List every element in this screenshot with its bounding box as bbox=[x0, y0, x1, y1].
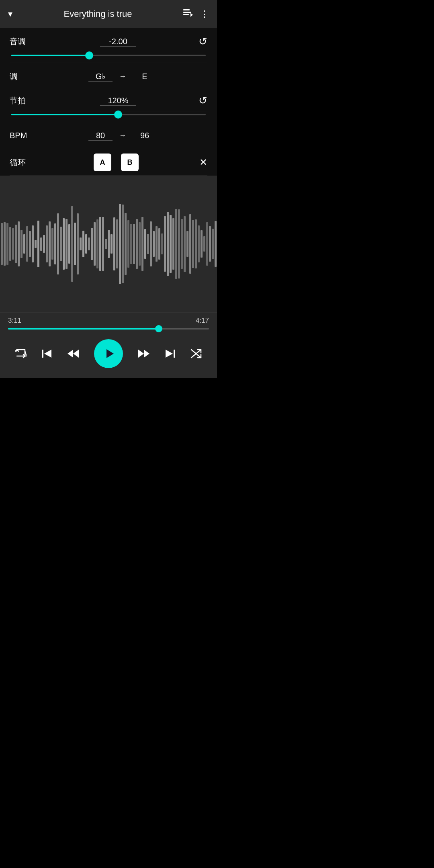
waveform-bar bbox=[127, 220, 129, 268]
loop-a-button[interactable]: A bbox=[94, 154, 111, 171]
waveform-bar bbox=[178, 209, 180, 278]
progress-fill bbox=[8, 328, 159, 330]
more-menu-icon[interactable]: ⋮ bbox=[200, 9, 209, 19]
song-title: Everything is true bbox=[12, 9, 183, 19]
dropdown-icon[interactable]: ▾ bbox=[8, 9, 12, 19]
tempo-input[interactable] bbox=[100, 96, 136, 106]
waveform-bar bbox=[43, 235, 45, 252]
progress-section: 3:11 4:17 bbox=[0, 312, 217, 333]
waveform-bar bbox=[215, 221, 217, 267]
waveform-bar bbox=[139, 222, 141, 266]
waveform-bar bbox=[49, 221, 51, 266]
loop-label: 循环 bbox=[10, 157, 38, 168]
tempo-slider-track[interactable] bbox=[11, 114, 206, 115]
waveform-bar bbox=[136, 219, 138, 269]
waveform-bar bbox=[175, 209, 177, 279]
waveform-bar bbox=[141, 217, 143, 271]
bpm-from: 80 bbox=[88, 131, 113, 141]
pitch-slider-row[interactable] bbox=[10, 52, 207, 63]
progress-times: 3:11 4:17 bbox=[8, 317, 209, 325]
waveform-bar bbox=[63, 218, 65, 270]
bpm-label: BPM bbox=[10, 131, 38, 140]
waveform-bar bbox=[156, 226, 158, 261]
pitch-reset-button[interactable]: ↺ bbox=[199, 35, 207, 48]
waveform-bar bbox=[150, 221, 152, 266]
waveform-bar bbox=[198, 225, 200, 263]
waveform-bar bbox=[60, 227, 62, 261]
rewind-button[interactable] bbox=[67, 348, 80, 359]
waveform-bar bbox=[71, 206, 73, 281]
fast-forward-button[interactable] bbox=[137, 348, 150, 359]
waveform-bar bbox=[37, 221, 39, 267]
waveform-bar bbox=[212, 229, 214, 259]
bpm-to: 96 bbox=[133, 131, 157, 140]
svg-marker-5 bbox=[44, 350, 51, 358]
waveform-bar bbox=[4, 222, 6, 266]
play-button[interactable] bbox=[94, 339, 123, 368]
bpm-row: BPM 80 → 96 bbox=[10, 122, 207, 146]
current-time: 3:11 bbox=[8, 317, 21, 325]
waveform-bar bbox=[167, 212, 169, 276]
waveform-bar bbox=[66, 219, 68, 268]
waveform-bar bbox=[122, 205, 124, 284]
waveform-bar bbox=[108, 230, 110, 258]
waveform-bar bbox=[29, 231, 31, 257]
svg-rect-0 bbox=[183, 9, 190, 10]
waveform-bar bbox=[130, 224, 132, 264]
waveform-bar bbox=[12, 228, 14, 260]
waveform-bar bbox=[181, 219, 183, 269]
pitch-input[interactable] bbox=[100, 37, 136, 47]
repeat-button[interactable] bbox=[15, 349, 27, 358]
waveform-bar bbox=[206, 222, 208, 266]
waveform-bar bbox=[186, 231, 188, 257]
loop-b-button[interactable]: B bbox=[121, 154, 139, 171]
waveform-bar bbox=[209, 226, 211, 262]
shuffle-button[interactable] bbox=[190, 349, 202, 358]
svg-rect-2 bbox=[183, 14, 189, 15]
waveform-bar bbox=[18, 221, 20, 266]
bpm-value-group: 80 → 96 bbox=[38, 131, 207, 141]
progress-thumb[interactable] bbox=[155, 325, 162, 332]
svg-marker-9 bbox=[138, 350, 144, 358]
skip-back-button[interactable] bbox=[41, 348, 52, 359]
queue-icon[interactable] bbox=[183, 9, 193, 19]
pitch-value-container bbox=[38, 37, 199, 47]
tempo-value-container bbox=[38, 96, 199, 106]
progress-track[interactable] bbox=[8, 328, 209, 330]
tempo-slider-thumb[interactable] bbox=[114, 111, 122, 119]
waveform-bar bbox=[51, 228, 53, 260]
pitch-row: 音调 ↺ bbox=[10, 28, 207, 52]
skip-forward-button[interactable] bbox=[165, 348, 176, 359]
loop-close-button[interactable]: ✕ bbox=[199, 157, 207, 168]
pitch-slider-track[interactable] bbox=[11, 55, 206, 56]
tempo-row: 节拍 ↺ bbox=[10, 87, 207, 111]
playback-controls bbox=[0, 333, 217, 378]
waveform-bar bbox=[195, 219, 197, 269]
waveform-bar bbox=[15, 225, 17, 263]
waveform-bar bbox=[1, 223, 3, 264]
key-value-group: G♭ → E bbox=[38, 72, 207, 82]
pitch-slider-thumb[interactable] bbox=[85, 51, 93, 59]
svg-marker-3 bbox=[190, 13, 193, 17]
waveform-bar bbox=[170, 215, 172, 273]
tempo-slider-row[interactable] bbox=[10, 111, 207, 122]
controls-panel: 音调 ↺ 调 G♭ → E 节拍 ↺ B bbox=[0, 28, 217, 176]
header: ▾ Everything is true ⋮ bbox=[0, 0, 217, 28]
waveform-bar bbox=[192, 220, 194, 268]
waveform-bar bbox=[32, 225, 34, 263]
waveform-bar bbox=[119, 204, 121, 284]
waveform-bar bbox=[94, 222, 96, 265]
waveform-bar bbox=[189, 214, 191, 274]
loop-a-label: A bbox=[100, 158, 105, 167]
waveform-bar bbox=[125, 213, 127, 275]
waveform-bar bbox=[102, 217, 104, 271]
waveform-bar bbox=[40, 237, 42, 251]
waveform-bar bbox=[144, 229, 146, 259]
waveform-area[interactable] bbox=[0, 176, 217, 312]
key-row: 调 G♭ → E bbox=[10, 63, 207, 87]
waveform-bar bbox=[74, 223, 76, 265]
key-label: 调 bbox=[10, 71, 38, 82]
key-from: G♭ bbox=[88, 72, 113, 82]
waveform-bar bbox=[9, 227, 11, 261]
tempo-reset-button[interactable]: ↺ bbox=[199, 94, 207, 107]
